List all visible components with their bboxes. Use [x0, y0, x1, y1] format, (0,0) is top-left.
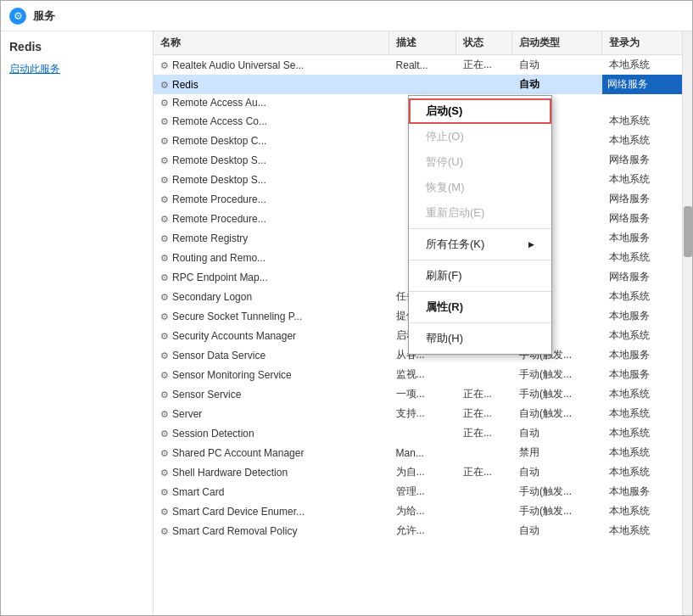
gear-icon: ⚙ [160, 253, 169, 263]
cell-login: 本地系统 [602, 384, 692, 404]
context-menu-item-label: 停止(O) [426, 129, 464, 144]
sidebar-start-link[interactable]: 启动此服务 [9, 62, 144, 76]
cell-login: 本地系统 [602, 462, 692, 482]
cell-login: 本地系统 [602, 443, 692, 462]
table-row[interactable]: ⚙Redis自动网络服务 [154, 75, 692, 94]
cell-status: 正在... [456, 404, 512, 423]
cell-name: ⚙Redis [154, 75, 389, 94]
context-menu-item-label: 启动(S) [426, 104, 462, 119]
table-row[interactable]: ⚙Shell Hardware Detection为自...正在...自动本地系… [154, 462, 692, 482]
window-title: 服务 [33, 8, 55, 24]
cell-login: 本地服务 [602, 345, 692, 365]
table-row[interactable]: ⚙Smart Card Removal Policy允许...自动本地系统 [154, 521, 692, 540]
context-menu-separator [409, 291, 551, 292]
cell-login: 本地服务 [602, 228, 692, 248]
context-menu-item-label: 所有任务(K) [426, 237, 484, 252]
cell-login: 网络服务 [602, 75, 692, 94]
gear-icon: ⚙ [160, 272, 169, 283]
scrollbar-thumb[interactable] [684, 206, 692, 257]
cell-name: ⚙Sensor Service [154, 384, 389, 404]
cell-startup: 手动(触发... [512, 365, 602, 384]
main-content: Redis 启动此服务 名称 描述 状态 启动类型 登录为 [1, 31, 692, 615]
sidebar: Redis 启动此服务 [1, 31, 154, 615]
cell-login: 网络服务 [602, 150, 692, 170]
gear-icon: ⚙ [160, 389, 169, 400]
cell-desc: 为给... [389, 501, 456, 521]
gear-icon: ⚙ [160, 98, 169, 108]
cell-login: 网络服务 [602, 209, 692, 228]
col-header-status[interactable]: 状态 [456, 31, 512, 55]
cell-name: ⚙Remote Registry [154, 228, 389, 248]
cell-status [456, 482, 512, 501]
col-header-desc[interactable]: 描述 [389, 31, 456, 55]
cell-startup: 自动 [512, 521, 602, 540]
context-menu-item[interactable]: 停止(O) [409, 124, 551, 149]
cell-status [456, 501, 512, 521]
cell-desc: 支持... [389, 404, 456, 423]
cell-desc [389, 75, 456, 94]
cell-name: ⚙Secondary Logon [154, 287, 389, 306]
cell-name: ⚙Remote Access Au... [154, 94, 389, 111]
col-header-startup[interactable]: 启动类型 [512, 31, 602, 55]
table-row[interactable]: ⚙Smart Card Device Enumer...为给...手动(触发..… [154, 501, 692, 521]
context-menu-item-label: 恢复(M) [426, 180, 465, 195]
context-menu-item[interactable]: 帮助(H) [409, 326, 551, 351]
cell-startup: 手动(触发... [512, 482, 602, 501]
cell-login: 本地系统 [602, 111, 692, 131]
table-row[interactable]: ⚙Shared PC Account ManagerMan...禁用本地系统 [154, 443, 692, 462]
gear-icon: ⚙ [160, 175, 169, 185]
table-row[interactable]: ⚙Sensor Monitoring Service监视...手动(触发...本… [154, 365, 692, 384]
table-row[interactable]: ⚙Server支持...正在...自动(触发...本地系统 [154, 404, 692, 423]
cell-login: 本地系统 [602, 287, 692, 306]
service-list-area: 名称 描述 状态 启动类型 登录为 ⚙Realtek Audio Univers… [154, 31, 692, 615]
col-header-login[interactable]: 登录为 [602, 31, 692, 55]
context-menu-item[interactable]: 属性(R) [409, 294, 551, 320]
gear-icon: ⚙ [160, 292, 169, 302]
table-row[interactable]: ⚙Sensor Service一项...正在...手动(触发...本地系统 [154, 384, 692, 404]
gear-icon: ⚙ [160, 233, 169, 244]
cell-name: ⚙Remote Desktop S... [154, 150, 389, 170]
cell-name: ⚙Shared PC Account Manager [154, 443, 389, 462]
cell-login: 网络服务 [602, 267, 692, 287]
cell-name: ⚙Remote Procedure... [154, 209, 389, 228]
context-menu-item[interactable]: 暂停(U) [409, 149, 551, 175]
cell-login: 本地系统 [602, 326, 692, 345]
cell-name: ⚙Remote Access Co... [154, 111, 389, 131]
context-menu-item[interactable]: 所有任务(K)▶ [409, 232, 551, 257]
gear-icon: ⚙ [160, 468, 169, 478]
cell-startup: 手动(触发... [512, 501, 602, 521]
gear-icon: ⚙ [160, 487, 169, 497]
context-menu-item[interactable]: 启动(S) [409, 98, 551, 124]
table-row[interactable]: ⚙Realtek Audio Universal Se...Realt...正在… [154, 55, 692, 76]
context-menu-item[interactable]: 重新启动(E) [409, 200, 551, 226]
gear-icon: ⚙ [160, 60, 169, 70]
cell-status: 正在... [456, 462, 512, 482]
cell-login: 本地系统 [602, 55, 692, 76]
cell-login: 本地系统 [602, 501, 692, 521]
cell-status [456, 75, 512, 94]
cell-name: ⚙Server [154, 404, 389, 423]
gear-icon: ⚙ [160, 155, 169, 165]
cell-startup: 自动(触发... [512, 404, 602, 423]
table-header-row: 名称 描述 状态 启动类型 登录为 [154, 31, 692, 55]
table-row[interactable]: ⚙Smart Card管理...手动(触发...本地服务 [154, 482, 692, 501]
cell-status: 正在... [456, 423, 512, 443]
cell-login: 本地系统 [602, 248, 692, 267]
cell-login: 本地系统 [602, 170, 692, 189]
table-row[interactable]: ⚙Session Detection正在...自动本地系统 [154, 423, 692, 443]
gear-icon: ⚙ [160, 448, 169, 458]
cell-startup: 禁用 [512, 443, 602, 462]
cell-login: 本地服务 [602, 306, 692, 326]
cell-name: ⚙Routing and Remo... [154, 248, 389, 267]
context-menu-item[interactable]: 恢复(M) [409, 175, 551, 200]
gear-icon: ⚙ [160, 370, 169, 380]
gear-icon: ⚙ [160, 507, 169, 517]
context-menu-item[interactable]: 刷新(F) [409, 263, 551, 288]
cell-startup: 自动 [512, 423, 602, 443]
col-header-name[interactable]: 名称 [154, 31, 389, 55]
context-menu-item-label: 属性(R) [426, 300, 463, 315]
cell-desc: 管理... [389, 482, 456, 501]
table-wrapper: 名称 描述 状态 启动类型 登录为 ⚙Realtek Audio Univers… [154, 31, 692, 615]
cell-startup: 自动 [512, 75, 602, 94]
scrollbar-track[interactable] [682, 31, 692, 615]
